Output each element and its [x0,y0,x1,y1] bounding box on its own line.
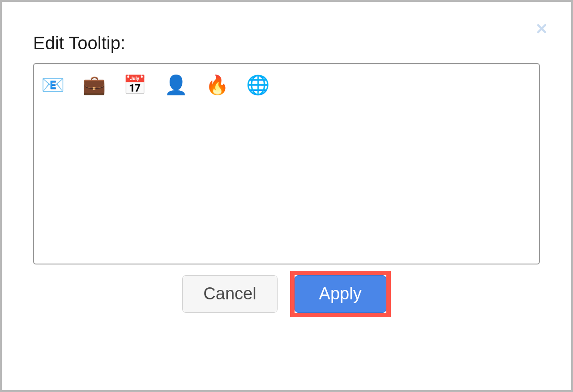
button-row: Cancel Apply [33,271,540,317]
tooltip-textarea-container [33,63,540,264]
apply-highlight: Apply [290,271,391,317]
dialog-title: Edit Tooltip: [33,33,540,53]
tooltip-textarea[interactable] [41,73,532,255]
cancel-button[interactable]: Cancel [182,275,277,313]
close-icon[interactable] [534,21,550,37]
apply-button[interactable]: Apply [295,275,386,313]
edit-tooltip-dialog: Edit Tooltip: Cancel Apply [2,2,571,390]
